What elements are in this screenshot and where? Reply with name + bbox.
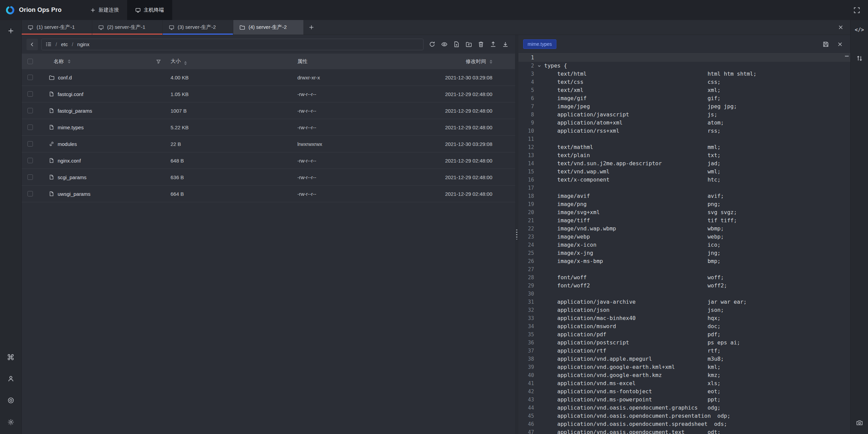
new-file-button[interactable] bbox=[451, 39, 461, 50]
add-tab-button[interactable] bbox=[304, 20, 319, 35]
code-line[interactable]: 1 bbox=[518, 54, 850, 62]
table-row[interactable]: conf.d4.00 KBdrwxr-xr-x2021-12-30 03:29:… bbox=[22, 69, 515, 86]
list-icon[interactable] bbox=[46, 41, 52, 47]
settings-button[interactable] bbox=[5, 416, 17, 428]
code-line[interactable]: 45 application/vnd.oasis.opendocument.pr… bbox=[518, 412, 850, 420]
code-line[interactable]: 35 application/pdf pdf; bbox=[518, 331, 850, 339]
column-header-name[interactable]: 名称 bbox=[54, 58, 64, 65]
table-row[interactable]: scgi_params636 B-rw-r--r--2021-12-29 02:… bbox=[22, 169, 515, 186]
code-line[interactable]: 15 text/vnd.wap.wml wml; bbox=[518, 168, 850, 176]
code-line[interactable]: 5 text/xml xml; bbox=[518, 86, 850, 94]
code-line[interactable]: 28 font/woff woff; bbox=[518, 273, 850, 282]
terminal-tab-4[interactable]: (4) server-生产-2 bbox=[233, 20, 304, 35]
save-button[interactable] bbox=[820, 38, 831, 50]
refresh-button[interactable] bbox=[427, 39, 437, 50]
code-line[interactable]: 16 text/x-component htc; bbox=[518, 176, 850, 184]
code-line[interactable]: 11 bbox=[518, 135, 850, 143]
row-checkbox[interactable] bbox=[27, 191, 33, 196]
code-line[interactable]: 47 application/vnd.oasis.opendocument.te… bbox=[518, 428, 850, 434]
table-row[interactable]: modules22 Blrwxrwxrwx2021-12-30 03:29:08 bbox=[22, 136, 515, 152]
row-checkbox[interactable] bbox=[27, 125, 33, 130]
code-line[interactable]: 10 application/rss+xml rss; bbox=[518, 127, 850, 135]
code-line[interactable]: 3 text/html html htm shtml; bbox=[518, 70, 850, 78]
code-line[interactable]: 8 application/javascript js; bbox=[518, 111, 850, 119]
new-connection-menu-item[interactable]: 新建连接 bbox=[82, 0, 127, 20]
row-checkbox[interactable] bbox=[27, 174, 33, 180]
code-line[interactable]: 2types { bbox=[518, 62, 850, 70]
panel-splitter[interactable] bbox=[515, 35, 518, 434]
column-header-mtime[interactable]: 修改时间 bbox=[466, 58, 486, 64]
user-button[interactable] bbox=[5, 373, 17, 384]
row-checkbox[interactable] bbox=[27, 91, 33, 97]
fold-icon[interactable] bbox=[534, 64, 544, 68]
code-line[interactable]: 7 image/jpeg jpeg jpg; bbox=[518, 102, 850, 111]
code-line[interactable]: 34 application/msword doc; bbox=[518, 322, 850, 331]
column-header-size[interactable]: 大小 bbox=[171, 58, 181, 64]
close-editor-button[interactable] bbox=[834, 38, 846, 50]
code-line[interactable]: 6 image/gif gif; bbox=[518, 94, 850, 102]
host-terminal-menu-item[interactable]: 主机终端 bbox=[127, 0, 172, 20]
code-line[interactable]: 37 application/rtf rtf; bbox=[518, 347, 850, 355]
terminal-tab-2[interactable]: (2) server-生产-1 bbox=[92, 20, 163, 35]
code-line[interactable]: 38 application/vnd.apple.mpegurl m3u8; bbox=[518, 355, 850, 363]
code-line[interactable]: 36 application/postscript ps eps ai; bbox=[518, 339, 850, 347]
back-button[interactable] bbox=[26, 39, 38, 50]
code-line[interactable]: 40 application/vnd.google-earth.kmz kmz; bbox=[518, 371, 850, 379]
file-name[interactable]: nginx.conf bbox=[58, 158, 81, 164]
code-line[interactable]: 46 application/vnd.oasis.opendocument.sp… bbox=[518, 420, 850, 428]
file-name[interactable]: conf.d bbox=[58, 75, 72, 80]
file-name[interactable]: fastcgi_params bbox=[58, 108, 92, 114]
row-checkbox[interactable] bbox=[27, 75, 33, 80]
code-line[interactable]: 18 image/avif avif; bbox=[518, 192, 850, 200]
code-editor[interactable]: 12types {3 text/html html htm shtml;4 te… bbox=[518, 54, 850, 434]
code-line[interactable]: 20 image/svg+xml svg svgz; bbox=[518, 208, 850, 216]
close-panel-button[interactable] bbox=[835, 22, 846, 33]
table-row[interactable]: nginx.conf648 B-rw-r--r--2021-12-29 02:4… bbox=[22, 152, 515, 169]
delete-button[interactable] bbox=[476, 39, 486, 50]
file-name[interactable]: scgi_params bbox=[58, 174, 86, 180]
code-line[interactable]: 44 application/vnd.oasis.opendocument.gr… bbox=[518, 404, 850, 412]
file-name[interactable]: uwsgi_params bbox=[58, 191, 91, 197]
new-folder-button[interactable] bbox=[463, 39, 474, 50]
code-line[interactable]: 42 application/vnd.ms-fontobject eot; bbox=[518, 388, 850, 396]
terminal-tab-3[interactable]: (3) server-生产-2 bbox=[163, 20, 233, 35]
code-line[interactable]: 14 text/vnd.sun.j2me.app-descriptor jad; bbox=[518, 159, 850, 168]
code-line[interactable]: 23 image/webp webp; bbox=[518, 233, 850, 241]
editor-scrollbar[interactable] bbox=[846, 54, 850, 434]
code-line[interactable]: 29 font/woff2 woff2; bbox=[518, 282, 850, 290]
code-line[interactable]: 17 bbox=[518, 184, 850, 192]
code-line[interactable]: 41 application/vnd.ms-excel xls; bbox=[518, 379, 850, 388]
sort-carets[interactable] bbox=[68, 59, 71, 63]
transfer-list-button[interactable] bbox=[854, 53, 865, 64]
code-line[interactable]: 21 image/tiff tif tiff; bbox=[518, 216, 850, 225]
select-all-checkbox[interactable] bbox=[27, 59, 33, 64]
code-line[interactable]: 33 application/mac-binhex40 hqx; bbox=[518, 314, 850, 322]
row-checkbox[interactable] bbox=[27, 141, 33, 147]
file-name[interactable]: fastcgi.conf bbox=[58, 91, 83, 97]
row-checkbox[interactable] bbox=[27, 108, 33, 113]
table-row[interactable]: fastcgi.conf1.05 KB-rw-r--r--2021-12-29 … bbox=[22, 86, 515, 102]
code-line[interactable]: 30 bbox=[518, 290, 850, 298]
sftp-toggle-button[interactable]: </> bbox=[854, 24, 865, 36]
table-row[interactable]: fastcgi_params1007 B-rw-r--r--2021-12-29… bbox=[22, 102, 515, 119]
table-row[interactable]: mime.types5.22 KB-rw-r--r--2021-12-29 02… bbox=[22, 119, 515, 136]
filter-icon[interactable] bbox=[156, 59, 161, 64]
code-line[interactable]: 43 application/vnd.ms-powerpoint ppt; bbox=[518, 396, 850, 404]
code-line[interactable]: 4 text/css css; bbox=[518, 78, 850, 86]
shortcut-keys-button[interactable] bbox=[5, 351, 17, 363]
file-name[interactable]: mime.types bbox=[58, 125, 84, 130]
code-line[interactable]: 26 image/x-ms-bmp bmp; bbox=[518, 257, 850, 265]
breadcrumb[interactable]: / etc / nginx bbox=[41, 39, 423, 50]
preview-button[interactable] bbox=[439, 39, 449, 50]
code-line[interactable]: 24 image/x-icon ico; bbox=[518, 241, 850, 249]
file-name[interactable]: modules bbox=[58, 141, 77, 147]
code-line[interactable]: 19 image/png png; bbox=[518, 200, 850, 208]
theme-button[interactable] bbox=[5, 395, 17, 406]
code-line[interactable]: 9 application/atom+xml atom; bbox=[518, 119, 850, 127]
code-line[interactable]: 32 application/json json; bbox=[518, 306, 850, 314]
download-button[interactable] bbox=[500, 39, 510, 50]
fullscreen-button[interactable] bbox=[851, 4, 863, 16]
rail-add-button[interactable] bbox=[5, 25, 17, 37]
table-row[interactable]: uwsgi_params664 B-rw-r--r--2021-12-29 02… bbox=[22, 186, 515, 202]
code-line[interactable]: 27 bbox=[518, 265, 850, 273]
